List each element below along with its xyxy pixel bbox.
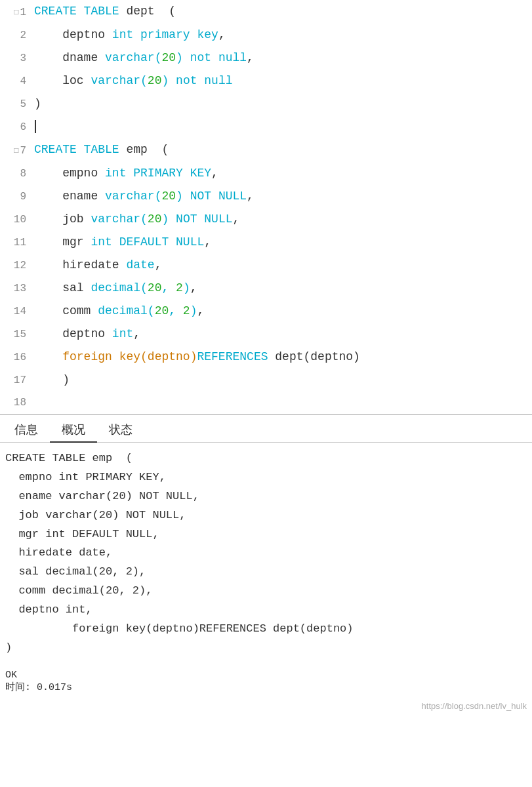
code-content: foreign key(deptno)REFERENCES dept(deptn… [31, 346, 360, 368]
fold-icon[interactable]: □ [12, 140, 18, 162]
code-line: 8 empno int PRIMARY KEY, [0, 162, 532, 185]
line-number: 4 [0, 70, 31, 92]
watermark: https://blog.csdn.net/lv_hulk [0, 698, 532, 714]
line-number: 2 [0, 24, 31, 47]
line-number: 16 [0, 346, 31, 369]
ok-label: OK [5, 670, 527, 681]
time-label: 时间: 0.017s [5, 681, 527, 693]
line-number: 11 [0, 232, 31, 254]
code-content: empno int PRIMARY KEY, [31, 162, 218, 184]
info-tabs: 信息概况状态 [0, 418, 532, 443]
line-number: 9 [0, 186, 31, 208]
code-content: comm decimal(20, 2), [31, 300, 204, 322]
line-number: 15 [0, 323, 31, 346]
code-content: mgr int DEFAULT NULL, [31, 231, 211, 253]
line-number: 17 [0, 369, 31, 392]
code-line: □7CREATE TABLE emp ( [0, 138, 532, 162]
info-footer: OK 时间: 0.017s [0, 664, 532, 698]
code-content: ) [31, 369, 70, 391]
line-number: 6 [0, 116, 31, 138]
code-line: 18 [0, 392, 532, 414]
code-line: 14 comm decimal(20, 2), [0, 300, 532, 323]
code-content: loc varchar(20) not null [31, 70, 233, 92]
code-content: CREATE TABLE emp ( [31, 138, 169, 161]
code-line: 12 hiredate date, [0, 254, 532, 277]
code-line: 9 ename varchar(20) NOT NULL, [0, 185, 532, 208]
fold-icon[interactable]: □ [12, 1, 18, 24]
code-content: ename varchar(20) NOT NULL, [31, 185, 254, 207]
code-content [31, 115, 36, 138]
code-content: ) [31, 92, 41, 115]
code-line: 10 job varchar(20) NOT NULL, [0, 208, 532, 231]
code-content: job varchar(20) NOT NULL, [31, 208, 239, 230]
code-content: dname varchar(20) not null, [31, 47, 254, 69]
line-number: □7 [0, 140, 31, 162]
code-line: 13 sal decimal(20, 2), [0, 277, 532, 300]
info-content: CREATE TABLE emp ( empno int PRIMARY KEY… [0, 443, 532, 664]
code-line: 3 dname varchar(20) not null, [0, 47, 532, 70]
code-content: CREATE TABLE dept ( [31, 0, 176, 22]
text-cursor [35, 120, 36, 133]
code-line: 15 deptno int, [0, 323, 532, 346]
code-content: deptno int primary key, [31, 24, 226, 46]
line-number: 10 [0, 209, 31, 231]
code-editor: □1CREATE TABLE dept (2 deptno int primar… [0, 0, 532, 415]
info-tab-信息[interactable]: 信息 [3, 418, 50, 442]
code-content: deptno int, [31, 323, 140, 345]
code-content: hiredate date, [31, 254, 161, 276]
code-line: 11 mgr int DEFAULT NULL, [0, 231, 532, 254]
line-number: 12 [0, 254, 31, 277]
code-line: 17 ) [0, 369, 532, 392]
line-number: 18 [0, 392, 31, 414]
code-line: 4 loc varchar(20) not null [0, 70, 532, 92]
code-line: 5) [0, 92, 532, 115]
line-number: 14 [0, 300, 31, 323]
code-line: 16 foreign key(deptno)REFERENCES dept(de… [0, 346, 532, 369]
code-line: 2 deptno int primary key, [0, 24, 532, 47]
info-tab-概况[interactable]: 概况 [50, 418, 97, 443]
code-line: □1CREATE TABLE dept ( [0, 0, 532, 24]
line-number: 13 [0, 277, 31, 300]
code-line: 6 [0, 115, 532, 138]
line-number: 8 [0, 163, 31, 185]
line-number: □1 [0, 1, 31, 24]
line-number: 3 [0, 47, 31, 70]
line-number: 5 [0, 93, 31, 115]
code-content: sal decimal(20, 2), [31, 277, 197, 299]
info-tab-状态[interactable]: 状态 [97, 418, 144, 442]
info-panel: 信息概况状态 CREATE TABLE emp ( empno int PRIM… [0, 415, 532, 714]
